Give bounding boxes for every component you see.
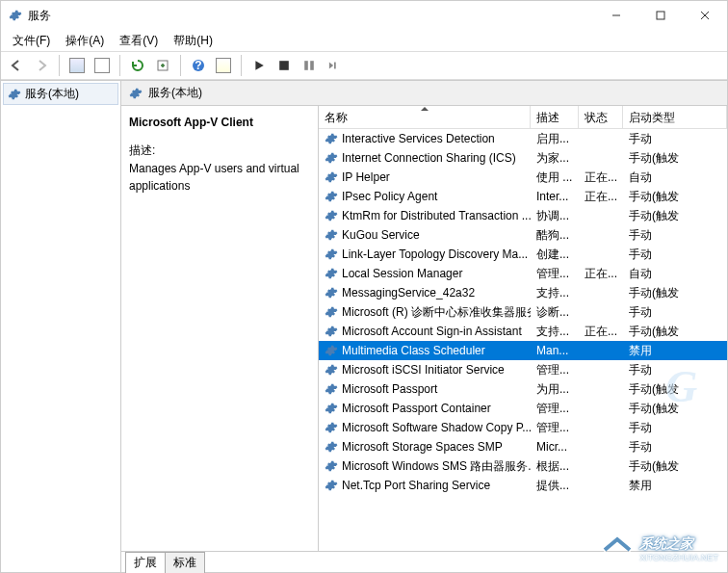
house-icon (601, 534, 634, 563)
export-button[interactable] (151, 54, 174, 77)
svg-marker-11 (329, 63, 333, 69)
right-header: 服务(本地) (121, 81, 727, 106)
service-row[interactable]: Microsoft Windows SMS 路由器服务...根据...手动(触发 (319, 456, 727, 476)
service-startup: 手动(触发 (623, 189, 727, 205)
service-row[interactable]: Internet Connection Sharing (ICS)为家...手动… (319, 148, 727, 168)
desc-label: 描述: (129, 143, 310, 159)
properties-button[interactable] (212, 54, 235, 77)
service-row[interactable]: IP Helper使用 ...正在...自动 (319, 168, 727, 187)
pause-service-button[interactable] (298, 54, 321, 77)
service-row[interactable]: Link-Layer Topology Discovery Ma...创建...… (319, 245, 727, 264)
service-row[interactable]: Multimedia Class SchedulerMan...禁用 (319, 341, 727, 360)
tree-node-services-local[interactable]: 服务(本地) (3, 83, 118, 105)
tab-standard[interactable]: 标准 (165, 552, 205, 573)
maximize-button[interactable] (638, 1, 683, 30)
column-headers: 名称 描述 状态 启动类型 (319, 106, 727, 129)
service-startup: 手动 (623, 247, 727, 263)
service-row[interactable]: Microsoft iSCSI Initiator Service管理...手动 (319, 360, 727, 379)
service-row[interactable]: Microsoft (R) 诊断中心标准收集器服务诊断...手动 (319, 302, 727, 322)
gear-icon (325, 459, 338, 473)
start-service-button[interactable] (247, 54, 271, 77)
service-row[interactable]: Microsoft Storage Spaces SMPMicr...手动 (319, 437, 727, 456)
service-name: KuGou Service (342, 228, 420, 242)
service-row[interactable]: Net.Tcp Port Sharing Service提供...禁用 (319, 476, 727, 495)
service-desc: Micr... (531, 440, 579, 454)
service-row[interactable]: Local Session Manager管理...正在...自动 (319, 264, 727, 283)
gear-icon (325, 479, 338, 492)
service-name: Net.Tcp Port Sharing Service (342, 479, 490, 492)
right-pane: 服务(本地) Microsoft App-V Client 描述: Manage… (121, 81, 727, 572)
watermark-url: XITONGZHUIA.NET (639, 553, 718, 562)
service-name: Internet Connection Sharing (ICS) (342, 151, 516, 165)
menu-action[interactable]: 操作(A) (60, 31, 110, 51)
menu-help[interactable]: 帮助(H) (168, 31, 219, 51)
stop-service-button[interactable] (273, 54, 296, 77)
service-row[interactable]: Microsoft Software Shadow Copy P...管理...… (319, 418, 727, 437)
service-name: Microsoft Storage Spaces SMP (342, 440, 503, 454)
service-startup: 手动 (623, 304, 727, 321)
service-row[interactable]: Microsoft Passport Container管理...手动(触发 (319, 399, 727, 418)
gear-icon (325, 421, 338, 434)
service-row[interactable]: KuGou Service酷狗...手动 (319, 225, 727, 245)
svg-marker-7 (255, 61, 263, 70)
service-desc: 提供... (531, 478, 579, 494)
refresh-button[interactable] (126, 54, 149, 77)
view-list-button[interactable] (91, 54, 114, 77)
tab-extended[interactable]: 扩展 (125, 552, 166, 573)
service-startup: 手动(触发 (623, 285, 727, 301)
service-desc: 管理... (531, 266, 579, 282)
restart-service-button[interactable] (323, 54, 346, 77)
menu-file[interactable]: 文件(F) (7, 31, 56, 51)
service-status: 正在... (579, 189, 623, 205)
service-startup: 禁用 (623, 343, 727, 359)
help-button[interactable]: ? (187, 54, 210, 77)
svg-rect-9 (304, 61, 308, 70)
minimize-button[interactable] (594, 1, 638, 30)
content-split: 服务(本地) 服务(本地) Microsoft App-V Client 描述:… (1, 80, 727, 572)
menu-view[interactable]: 查看(V) (114, 31, 164, 51)
col-desc[interactable]: 描述 (531, 106, 579, 128)
gear-icon (325, 267, 338, 280)
gear-icon (325, 363, 338, 377)
right-header-label: 服务(本地) (148, 85, 202, 101)
gear-icon (325, 228, 338, 242)
service-row[interactable]: Microsoft Passport为用...手动(触发 (319, 379, 727, 399)
gear-icon (325, 190, 338, 203)
back-button[interactable] (5, 54, 28, 77)
service-startup: 手动(触发 (623, 458, 727, 475)
gear-icon (325, 305, 338, 319)
detail-panel: Microsoft App-V Client 描述: Manages App-V… (121, 106, 319, 551)
col-name[interactable]: 名称 (319, 106, 531, 128)
rows: Interactive Services Detection启用...手动Int… (319, 129, 727, 551)
tree-pane: 服务(本地) (1, 81, 121, 572)
service-name: Multimedia Class Scheduler (342, 344, 485, 357)
service-row[interactable]: IPsec Policy AgentInter...正在...手动(触发 (319, 187, 727, 206)
service-desc: 支持... (531, 285, 579, 301)
service-desc: 管理... (531, 420, 579, 436)
col-startup[interactable]: 启动类型 (623, 106, 727, 128)
service-desc: 管理... (531, 362, 579, 378)
service-row[interactable]: MessagingService_42a32支持...手动(触发 (319, 283, 727, 302)
service-name: Microsoft Account Sign-in Assistant (342, 325, 522, 338)
menubar: 文件(F) 操作(A) 查看(V) 帮助(H) (1, 30, 727, 51)
services-window: 服务 文件(F) 操作(A) 查看(V) 帮助(H) ? (0, 0, 728, 573)
close-button[interactable] (683, 1, 727, 30)
service-name: Link-Layer Topology Discovery Ma... (342, 247, 528, 261)
desc-text: Manages App-V users and virtual applicat… (129, 161, 310, 195)
service-row[interactable]: Interactive Services Detection启用...手动 (319, 129, 727, 148)
gear-icon (325, 132, 338, 145)
service-desc: 创建... (531, 247, 579, 263)
service-startup: 手动 (623, 131, 727, 147)
service-row[interactable]: Microsoft Account Sign-in Assistant支持...… (319, 322, 727, 341)
gear-icon (325, 247, 338, 261)
service-desc: 使用 ... (531, 169, 579, 186)
service-name: Microsoft iSCSI Initiator Service (342, 363, 505, 377)
service-startup: 手动(触发 (623, 381, 727, 398)
view-detail-button[interactable] (65, 54, 89, 77)
svg-rect-8 (279, 61, 289, 70)
col-status[interactable]: 状态 (579, 106, 623, 128)
watermark-text: 系统之家 (639, 535, 718, 553)
toolbar: ? (1, 51, 727, 80)
forward-button[interactable] (30, 54, 53, 77)
service-row[interactable]: KtmRm for Distributed Transaction ...协调.… (319, 206, 727, 225)
